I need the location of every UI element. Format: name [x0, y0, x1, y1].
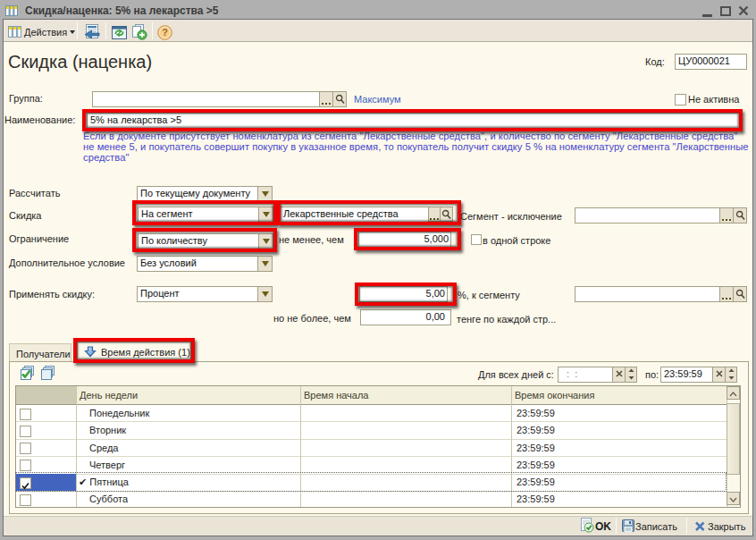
svg-text:?: ? [162, 27, 168, 38]
